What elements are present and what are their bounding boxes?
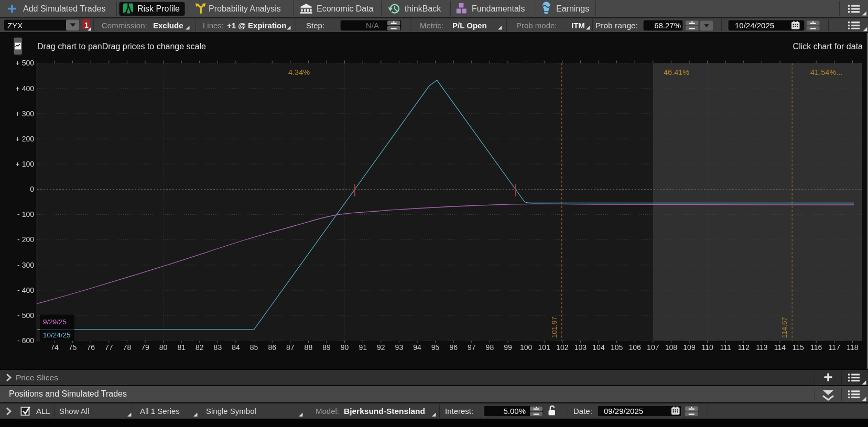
svg-text:108: 108: [665, 343, 678, 352]
svg-text:81: 81: [177, 343, 186, 352]
svg-text:117: 117: [829, 343, 841, 352]
svg-text:107: 107: [647, 343, 659, 352]
svg-text:93: 93: [395, 343, 404, 352]
svg-text:100: 100: [520, 343, 533, 352]
svg-text:90: 90: [341, 343, 349, 352]
svg-text:+ 100: + 100: [16, 160, 35, 168]
svg-text:+ 200: + 200: [16, 135, 35, 143]
svg-text:88: 88: [305, 343, 313, 352]
svg-text:118: 118: [847, 343, 859, 352]
svg-text:112: 112: [738, 343, 750, 352]
svg-text:89: 89: [322, 343, 331, 352]
svg-text:+ 500: + 500: [16, 59, 35, 67]
svg-text:98: 98: [486, 343, 494, 352]
svg-text:101: 101: [538, 343, 551, 352]
svg-text:92: 92: [377, 343, 385, 352]
svg-text:83: 83: [214, 343, 222, 352]
svg-text:41.54%...: 41.54%...: [810, 68, 842, 76]
svg-text:115: 115: [792, 343, 804, 352]
svg-text:75: 75: [69, 343, 77, 352]
svg-text:76: 76: [86, 343, 95, 352]
svg-text:111: 111: [720, 343, 731, 352]
svg-text:- 100: - 100: [17, 210, 34, 218]
svg-text:106: 106: [629, 343, 642, 352]
svg-text:85: 85: [250, 343, 258, 352]
svg-text:77: 77: [105, 343, 113, 352]
svg-text:101.97: 101.97: [550, 316, 558, 338]
svg-text:10/24/25: 10/24/25: [43, 331, 71, 339]
svg-text:0: 0: [30, 185, 34, 193]
svg-text:4.34%: 4.34%: [288, 68, 310, 76]
svg-text:80: 80: [159, 343, 168, 352]
svg-text:Drag chart to panDrag prices t: Drag chart to panDrag prices to change s…: [37, 42, 206, 51]
svg-text:Click chart for data: Click chart for data: [793, 42, 863, 51]
svg-text:- 200: - 200: [17, 235, 34, 244]
svg-text:79: 79: [141, 343, 149, 352]
svg-text:109: 109: [683, 343, 696, 352]
svg-text:114.67: 114.67: [780, 317, 788, 338]
svg-text:86: 86: [268, 343, 276, 352]
svg-text:78: 78: [123, 343, 132, 352]
svg-text:+ 300: + 300: [16, 110, 35, 118]
svg-text:104: 104: [592, 343, 605, 352]
svg-text:84: 84: [232, 343, 240, 352]
svg-text:82: 82: [196, 343, 204, 352]
svg-text:96: 96: [449, 343, 458, 352]
svg-text:- 300: - 300: [17, 261, 34, 269]
svg-text:116: 116: [810, 343, 822, 352]
svg-text:105: 105: [611, 343, 623, 352]
svg-text:110: 110: [701, 343, 713, 352]
svg-text:97: 97: [468, 343, 476, 352]
svg-text:102: 102: [556, 343, 569, 352]
svg-text:- 600: - 600: [17, 336, 34, 345]
svg-text:91: 91: [359, 343, 367, 352]
svg-text:94: 94: [413, 343, 421, 352]
svg-text:- 500: - 500: [17, 311, 34, 320]
svg-text:46.41%: 46.41%: [664, 68, 689, 76]
svg-text:113: 113: [756, 343, 768, 352]
svg-text:87: 87: [286, 343, 295, 352]
svg-text:- 400: - 400: [17, 286, 34, 294]
svg-text:9/29/25: 9/29/25: [43, 318, 67, 326]
svg-text:95: 95: [431, 343, 440, 352]
svg-text:99: 99: [504, 343, 512, 352]
svg-text:+ 400: + 400: [16, 84, 35, 93]
svg-text:114: 114: [774, 343, 786, 352]
svg-text:74: 74: [50, 343, 59, 352]
svg-text:103: 103: [574, 343, 587, 352]
